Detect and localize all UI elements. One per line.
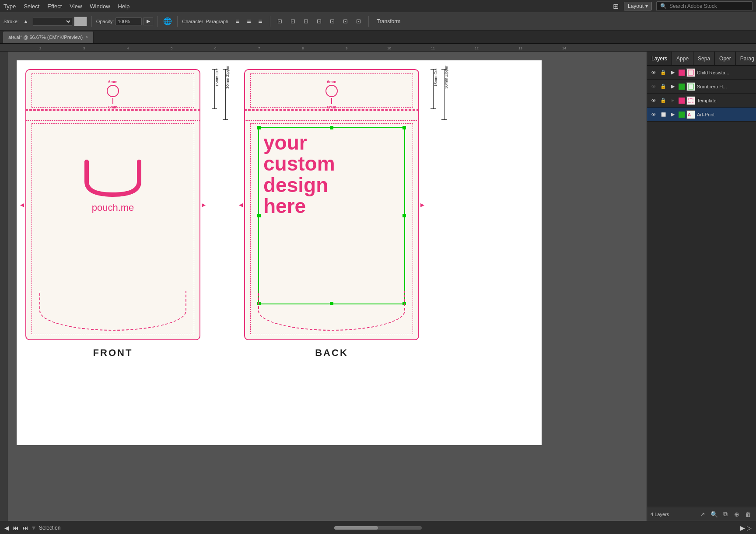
svg-text:2: 2 bbox=[39, 46, 42, 50]
layer-2-lock-btn[interactable]: 🔒 bbox=[659, 97, 667, 105]
layer-3-thumb-svg: A bbox=[687, 111, 695, 119]
design-selection-box: yourcustomdesignhere bbox=[258, 127, 405, 304]
menu-right: ⊞ Layout ▾ 🔍 Search Adobe Stock bbox=[613, 1, 752, 11]
status-right-arrow2-btn[interactable]: ▷ bbox=[747, 524, 752, 531]
front-pouch: 6mm 6mm ◂ ▸ bbox=[25, 69, 200, 340]
distribute-btn-6[interactable]: ⊡ bbox=[340, 16, 351, 27]
tab-parag[interactable]: Parag bbox=[736, 52, 756, 65]
front-right-arrow: ▸ bbox=[202, 200, 206, 209]
menu-help[interactable]: Help bbox=[118, 3, 130, 10]
status-play-back-btn[interactable]: ◀ bbox=[4, 524, 9, 531]
layer-2-eye-btn[interactable]: 👁 bbox=[650, 97, 658, 105]
tab-layers[interactable]: Layers bbox=[647, 52, 672, 65]
stroke-select[interactable] bbox=[33, 17, 72, 26]
main-area: 6mm 6mm ◂ ▸ bbox=[0, 52, 756, 521]
layers-export-btn[interactable]: ↗ bbox=[698, 510, 707, 519]
layers-body: 👁 🔒 ▶ Child Resista... 👁 🔒 ▶ bbox=[647, 66, 756, 507]
tab-bar: ate.ai* @ 66.67% (CMYK/Preview) × bbox=[0, 31, 756, 44]
layer-2-arrow-btn[interactable]: ▶ bbox=[669, 97, 677, 105]
search-bar[interactable]: 🔍 Search Adobe Stock bbox=[656, 1, 752, 11]
tab-appe[interactable]: Appe bbox=[672, 52, 693, 65]
distribute-btn-3[interactable]: ⊡ bbox=[301, 16, 312, 27]
align-left-btn[interactable]: ≡ bbox=[232, 16, 243, 27]
front-15mm-label: 15mm Cut bbox=[215, 68, 219, 87]
back-dashed-line-2 bbox=[244, 120, 419, 121]
back-pouch-container: 6mm 6mm ◂ ▸ bbox=[244, 69, 419, 359]
opacity-input[interactable] bbox=[116, 17, 142, 25]
distribute-btn-2[interactable]: ⊡ bbox=[288, 16, 298, 27]
menu-effect[interactable]: Effect bbox=[47, 3, 62, 10]
align-center-btn[interactable]: ≡ bbox=[244, 16, 254, 27]
back-label: BACK bbox=[244, 347, 419, 359]
opacity-expand-btn[interactable]: ▶ bbox=[144, 17, 153, 25]
svg-text:9: 9 bbox=[346, 46, 348, 50]
front-6mm-bottom: 6mm bbox=[108, 105, 117, 109]
layer-3-arrow-btn[interactable]: ▶ bbox=[669, 111, 677, 119]
tab-close-btn[interactable]: × bbox=[85, 35, 88, 39]
menu-window[interactable]: Window bbox=[90, 3, 110, 10]
toolbar-divider-3 bbox=[177, 16, 178, 27]
status-step-fwd-btn[interactable]: ⏭ bbox=[22, 524, 28, 531]
align-group: ≡ ≡ ≡ bbox=[232, 16, 266, 27]
layer-item-3[interactable]: 👁 ⬜ ▶ A Art-Print bbox=[647, 108, 756, 122]
align-right-btn[interactable]: ≡ bbox=[255, 16, 266, 27]
layers-search-btn[interactable]: 🔍 bbox=[710, 510, 718, 519]
menu-select[interactable]: Select bbox=[24, 3, 39, 10]
front-logo-text: pouch.me bbox=[92, 202, 134, 213]
svg-rect-20 bbox=[687, 97, 695, 105]
layers-add-btn[interactable]: ⊕ bbox=[732, 510, 741, 519]
tab-oper[interactable]: Oper bbox=[715, 52, 736, 65]
layer-3-color bbox=[679, 112, 685, 118]
svg-text:7: 7 bbox=[258, 46, 260, 50]
handle-tm bbox=[330, 126, 333, 129]
distribute-btn-5[interactable]: ⊡ bbox=[327, 16, 338, 27]
svg-text:6: 6 bbox=[214, 46, 217, 50]
front-zipper-line bbox=[112, 98, 113, 104]
layer-0-lock-btn[interactable]: 🔒 bbox=[659, 69, 667, 77]
layer-3-eye-btn[interactable]: 👁 bbox=[650, 111, 658, 119]
stroke-group: Stroke: ▲ bbox=[4, 16, 87, 27]
menu-type[interactable]: Type bbox=[4, 3, 16, 10]
layers-delete-btn[interactable]: 🗑 bbox=[744, 510, 752, 519]
globe-icon-btn[interactable]: 🌐 bbox=[162, 16, 173, 27]
back-zipper-circle bbox=[326, 85, 338, 97]
front-left-arrow: ◂ bbox=[20, 200, 24, 209]
layer-item-2[interactable]: 👁 🔒 ▶ Template bbox=[647, 94, 756, 108]
front-logo-area: pouch.me bbox=[26, 157, 200, 213]
layer-1-thumb-svg bbox=[687, 83, 695, 91]
back-left-arrow: ◂ bbox=[239, 200, 243, 209]
status-scrubber[interactable] bbox=[334, 526, 422, 530]
ruler-vertical bbox=[0, 52, 8, 521]
layer-3-lock-btn[interactable]: ⬜ bbox=[659, 111, 667, 119]
distribute-btn-1[interactable]: ⊡ bbox=[275, 16, 285, 27]
stroke-label: Stroke: bbox=[4, 19, 19, 24]
canvas-area[interactable]: 6mm 6mm ◂ ▸ bbox=[8, 52, 756, 521]
stroke-color-btn[interactable] bbox=[74, 17, 87, 26]
front-zipper-circle bbox=[107, 85, 119, 97]
layer-1-eye-btn[interactable]: 👁 bbox=[650, 83, 658, 91]
layout-grid-icon: ⊞ bbox=[613, 2, 619, 10]
tab-sepa[interactable]: Sepa bbox=[693, 52, 715, 65]
tab-main[interactable]: ate.ai* @ 66.67% (CMYK/Preview) × bbox=[3, 31, 94, 43]
status-scrubber-fill bbox=[334, 526, 378, 530]
layer-1-arrow-btn[interactable]: ▶ bbox=[669, 83, 677, 91]
status-step-back-btn[interactable]: ⏮ bbox=[13, 524, 19, 531]
layer-0-thumb-svg bbox=[687, 69, 695, 77]
layer-1-lock-btn[interactable]: 🔒 bbox=[659, 83, 667, 91]
distribute-btn-4[interactable]: ⊡ bbox=[314, 16, 325, 27]
back-15mm-label: 15mm Cut bbox=[434, 68, 438, 87]
back-dashed-line bbox=[244, 109, 419, 111]
layer-1-color bbox=[679, 84, 685, 90]
layer-item-0[interactable]: 👁 🔒 ▶ Child Resista... bbox=[647, 66, 756, 80]
distribute-btn-7[interactable]: ⊡ bbox=[354, 16, 364, 27]
layer-0-arrow-btn[interactable]: ▶ bbox=[669, 69, 677, 77]
layout-button[interactable]: Layout ▾ bbox=[624, 2, 652, 10]
menu-view[interactable]: View bbox=[70, 3, 82, 10]
stroke-up-btn[interactable]: ▲ bbox=[21, 16, 31, 27]
back-30mm-label: 30mm Zipper bbox=[444, 66, 448, 89]
layers-copy-btn[interactable]: ⧉ bbox=[721, 510, 730, 519]
layer-0-eye-btn[interactable]: 👁 bbox=[650, 69, 658, 77]
layer-item-1[interactable]: 👁 🔒 ▶ Sumbrero H... bbox=[647, 80, 756, 94]
status-selection-label: Selection bbox=[39, 525, 60, 531]
status-right-arrow-btn[interactable]: ▶ bbox=[740, 524, 745, 531]
